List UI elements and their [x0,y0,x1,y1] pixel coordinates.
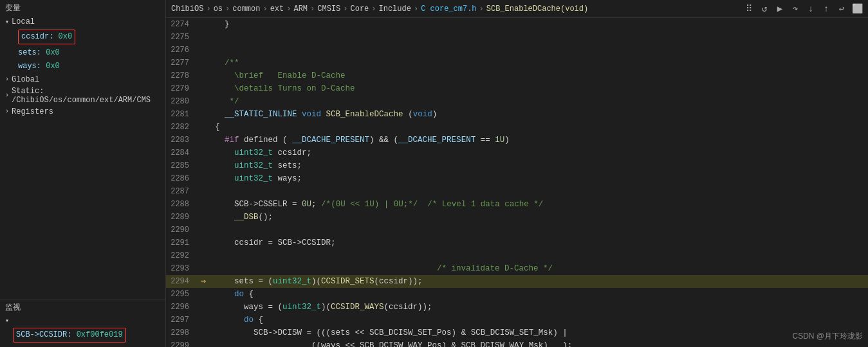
table-row: 2296 ways = (uint32_t)(CCSIDR_WAYS(ccsid… [166,301,868,314]
line-content [210,185,868,198]
step-out-icon[interactable]: ↑ [820,3,832,15]
local-label: Local [12,17,35,26]
line-number: 2284 [166,147,197,159]
table-row: 2291 ccsidr = SCB->CCSIDR; [166,236,868,249]
line-gutter [197,198,210,211]
line-content: sets = (uint32_t)(CCSIDR_SETS(ccsidr)); [210,275,868,288]
line-gutter [197,57,210,69]
line-content [210,31,868,44]
line-gutter [197,314,210,326]
line-content: uint32_t ways; [210,172,868,185]
line-content: /* invalidate D-Cache */ [210,262,868,275]
continue-icon[interactable]: ▶ [774,3,786,15]
toolbar: ⠿ ↺ ▶ ↷ ↓ ↑ ↩ ⬜ [743,3,863,15]
line-number: 2295 [166,288,197,301]
table-row: 2297 do { [166,314,868,326]
line-number: 2279 [166,82,197,95]
step-into-icon[interactable]: ↓ [805,3,817,15]
table-row: 2288 SCB->CSSELR = 0U; /*(0U << 1U) | 0U… [166,198,868,211]
breadcrumb-file[interactable]: C core_cm7.h [421,4,476,13]
stop-icon[interactable]: ⬜ [851,3,863,15]
line-number: 2296 [166,301,197,314]
line-number: 2297 [166,314,197,326]
breadcrumb-part: ext [270,4,284,13]
line-number: 2294 [166,275,197,288]
table-row: 2298 SCB->DCISW = (((sets << SCB_DCISW_S… [166,326,868,339]
line-number: 2289 [166,211,197,224]
line-number: 2287 [166,185,197,198]
line-content: ((ways << SCB_DCISW_WAY_Pos) & SCB_DCISW… [210,339,868,347]
restart-icon[interactable]: ↺ [759,3,770,15]
table-row: 2280 */ [166,95,868,108]
line-number: 2283 [166,134,197,147]
line-number: 2299 [166,339,197,347]
variables-section: ▾ Local ccsidr: 0x0 sets: 0x0 ways: 0x0 … [0,16,165,299]
line-gutter [197,172,210,185]
local-arrow: ▾ [5,18,9,26]
table-row: 2277 /** [166,57,868,69]
line-gutter [197,31,210,44]
watch-group-header[interactable]: ▾ [0,316,165,326]
watch-header: 监视 [0,299,165,316]
global-arrow: › [5,76,9,83]
line-gutter [197,44,210,57]
line-content: SCB->DCISW = (((sets << SCB_DCISW_SET_Po… [210,326,868,339]
line-content [210,249,868,262]
undo-icon[interactable]: ↩ [836,3,847,15]
global-label: Global [12,75,39,84]
line-content: do { [210,288,868,301]
table-row: 2290 [166,224,868,236]
line-gutter [197,159,210,172]
line-number: 2288 [166,198,197,211]
line-gutter [197,236,210,249]
line-number: 2292 [166,249,197,262]
line-content: \details Turns on D-Cache [210,82,868,95]
line-number: 2281 [166,108,197,121]
line-content: #if defined ( __DCACHE_PRESENT) && (__DC… [210,134,868,147]
line-content: ccsidr = SCB->CCSIDR; [210,236,868,249]
watermark: CSDN @月下玲珑影 [792,331,863,342]
table-row: 2278 \brief Enable D-Cache [166,69,868,82]
line-content: __DSB(); [210,211,868,224]
registers-group-header[interactable]: › Registers [0,106,165,118]
global-group-header[interactable]: › Global [0,74,165,85]
breadcrumb-include: Include [379,4,411,13]
line-number: 2274 [166,18,197,31]
right-panel: ChibiOS › os › common › ext › ARM › CMSI… [166,0,868,347]
line-content: */ [210,95,868,108]
local-variables: ccsidr: 0x0 sets: 0x0 ways: 0x0 [5,28,165,74]
line-gutter [197,301,210,314]
table-row: 2275 [166,31,868,44]
line-gutter [197,288,210,301]
line-content: uint32_t sets; [210,159,868,172]
table-row: 2281 __STATIC_INLINE void SCB_EnableDCac… [166,108,868,121]
code-editor[interactable]: 2274 } 2275 2276 2277 /** 2278 \brief [166,18,868,347]
line-content [210,224,868,236]
line-gutter [197,95,210,108]
line-content: /** [210,57,868,69]
line-gutter [197,224,210,236]
local-group-header[interactable]: ▾ Local [0,16,165,28]
static-label: Static: /ChibiOS/os/common/ext/ARM/CMS [12,87,160,105]
breadcrumb: ChibiOS › os › common › ext › ARM › CMSI… [171,4,743,13]
debug-arrow-icon: ⇒ [201,275,206,288]
table-row: 2283 #if defined ( __DCACHE_PRESENT) && … [166,134,868,147]
line-content: { [210,121,868,134]
table-row: 2274 } [166,18,868,31]
line-number: 2298 [166,326,197,339]
table-row: 2282 { [166,121,868,134]
step-over-icon[interactable]: ↷ [790,3,801,15]
list-item: ccsidr: 0x0 [5,28,165,46]
table-row: 2294 ⇒ sets = (uint32_t)(CCSIDR_SETS(ccs… [166,275,868,288]
line-number: 2282 [166,121,197,134]
breadcrumb-part: ARM [293,4,308,13]
static-group-header[interactable]: › Static: /ChibiOS/os/common/ext/ARM/CMS [0,85,165,106]
line-gutter: ⇒ [197,275,210,288]
line-gutter [197,69,210,82]
line-number: 2278 [166,69,197,82]
watch-section: 监视 ▾ SCB->CCSIDR: 0xf00fe019 [0,299,165,347]
grid-icon[interactable]: ⠿ [743,3,755,15]
line-gutter [197,134,210,147]
registers-label: Registers [12,107,53,116]
line-gutter [197,82,210,95]
